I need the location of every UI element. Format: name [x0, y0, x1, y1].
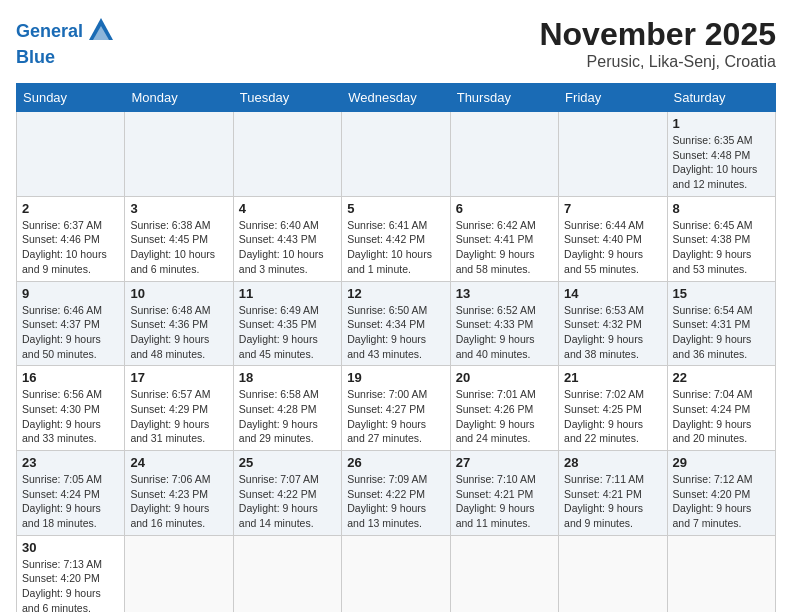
- day-number: 10: [130, 286, 227, 301]
- weekday-header-row: SundayMondayTuesdayWednesdayThursdayFrid…: [17, 84, 776, 112]
- day-info: Sunrise: 6:35 AM Sunset: 4:48 PM Dayligh…: [673, 133, 770, 192]
- day-number: 30: [22, 540, 119, 555]
- calendar-cell: [17, 112, 125, 197]
- day-info: Sunrise: 6:46 AM Sunset: 4:37 PM Dayligh…: [22, 303, 119, 362]
- calendar-cell: [559, 112, 667, 197]
- day-info: Sunrise: 6:57 AM Sunset: 4:29 PM Dayligh…: [130, 387, 227, 446]
- day-number: 28: [564, 455, 661, 470]
- calendar-cell: [125, 535, 233, 612]
- calendar-cell: 9Sunrise: 6:46 AM Sunset: 4:37 PM Daylig…: [17, 281, 125, 366]
- calendar-week-row: 1Sunrise: 6:35 AM Sunset: 4:48 PM Daylig…: [17, 112, 776, 197]
- day-number: 15: [673, 286, 770, 301]
- logo-text: General: [16, 22, 83, 42]
- calendar-cell: 18Sunrise: 6:58 AM Sunset: 4:28 PM Dayli…: [233, 366, 341, 451]
- weekday-header-sunday: Sunday: [17, 84, 125, 112]
- day-info: Sunrise: 6:56 AM Sunset: 4:30 PM Dayligh…: [22, 387, 119, 446]
- calendar-cell: 25Sunrise: 7:07 AM Sunset: 4:22 PM Dayli…: [233, 451, 341, 536]
- calendar-cell: [233, 535, 341, 612]
- day-number: 26: [347, 455, 444, 470]
- calendar-cell: 26Sunrise: 7:09 AM Sunset: 4:22 PM Dayli…: [342, 451, 450, 536]
- day-info: Sunrise: 7:13 AM Sunset: 4:20 PM Dayligh…: [22, 557, 119, 612]
- calendar-cell: 30Sunrise: 7:13 AM Sunset: 4:20 PM Dayli…: [17, 535, 125, 612]
- day-number: 4: [239, 201, 336, 216]
- day-info: Sunrise: 7:07 AM Sunset: 4:22 PM Dayligh…: [239, 472, 336, 531]
- calendar-cell: 1Sunrise: 6:35 AM Sunset: 4:48 PM Daylig…: [667, 112, 775, 197]
- calendar-cell: 3Sunrise: 6:38 AM Sunset: 4:45 PM Daylig…: [125, 196, 233, 281]
- calendar-cell: 10Sunrise: 6:48 AM Sunset: 4:36 PM Dayli…: [125, 281, 233, 366]
- day-info: Sunrise: 6:37 AM Sunset: 4:46 PM Dayligh…: [22, 218, 119, 277]
- calendar-week-row: 2Sunrise: 6:37 AM Sunset: 4:46 PM Daylig…: [17, 196, 776, 281]
- calendar-week-row: 30Sunrise: 7:13 AM Sunset: 4:20 PM Dayli…: [17, 535, 776, 612]
- calendar-cell: 13Sunrise: 6:52 AM Sunset: 4:33 PM Dayli…: [450, 281, 558, 366]
- day-number: 9: [22, 286, 119, 301]
- day-number: 1: [673, 116, 770, 131]
- day-info: Sunrise: 7:06 AM Sunset: 4:23 PM Dayligh…: [130, 472, 227, 531]
- calendar-cell: [342, 535, 450, 612]
- day-number: 27: [456, 455, 553, 470]
- day-info: Sunrise: 6:58 AM Sunset: 4:28 PM Dayligh…: [239, 387, 336, 446]
- day-number: 8: [673, 201, 770, 216]
- day-number: 18: [239, 370, 336, 385]
- day-number: 12: [347, 286, 444, 301]
- calendar-week-row: 16Sunrise: 6:56 AM Sunset: 4:30 PM Dayli…: [17, 366, 776, 451]
- day-info: Sunrise: 7:02 AM Sunset: 4:25 PM Dayligh…: [564, 387, 661, 446]
- day-info: Sunrise: 6:50 AM Sunset: 4:34 PM Dayligh…: [347, 303, 444, 362]
- day-info: Sunrise: 6:53 AM Sunset: 4:32 PM Dayligh…: [564, 303, 661, 362]
- day-number: 25: [239, 455, 336, 470]
- day-info: Sunrise: 7:05 AM Sunset: 4:24 PM Dayligh…: [22, 472, 119, 531]
- day-info: Sunrise: 6:49 AM Sunset: 4:35 PM Dayligh…: [239, 303, 336, 362]
- day-number: 20: [456, 370, 553, 385]
- day-number: 23: [22, 455, 119, 470]
- weekday-header-monday: Monday: [125, 84, 233, 112]
- weekday-header-thursday: Thursday: [450, 84, 558, 112]
- calendar-subtitle: Perusic, Lika-Senj, Croatia: [539, 53, 776, 71]
- day-info: Sunrise: 6:45 AM Sunset: 4:38 PM Dayligh…: [673, 218, 770, 277]
- day-info: Sunrise: 6:41 AM Sunset: 4:42 PM Dayligh…: [347, 218, 444, 277]
- calendar-cell: 8Sunrise: 6:45 AM Sunset: 4:38 PM Daylig…: [667, 196, 775, 281]
- calendar-cell: 16Sunrise: 6:56 AM Sunset: 4:30 PM Dayli…: [17, 366, 125, 451]
- calendar-cell: 12Sunrise: 6:50 AM Sunset: 4:34 PM Dayli…: [342, 281, 450, 366]
- calendar-cell: [233, 112, 341, 197]
- day-number: 3: [130, 201, 227, 216]
- calendar-cell: 29Sunrise: 7:12 AM Sunset: 4:20 PM Dayli…: [667, 451, 775, 536]
- logo-blue-text: Blue: [16, 48, 55, 68]
- calendar-cell: 6Sunrise: 6:42 AM Sunset: 4:41 PM Daylig…: [450, 196, 558, 281]
- day-number: 19: [347, 370, 444, 385]
- calendar-title: November 2025: [539, 16, 776, 53]
- day-info: Sunrise: 7:04 AM Sunset: 4:24 PM Dayligh…: [673, 387, 770, 446]
- calendar-week-row: 23Sunrise: 7:05 AM Sunset: 4:24 PM Dayli…: [17, 451, 776, 536]
- calendar-week-row: 9Sunrise: 6:46 AM Sunset: 4:37 PM Daylig…: [17, 281, 776, 366]
- day-number: 22: [673, 370, 770, 385]
- calendar-cell: [125, 112, 233, 197]
- day-info: Sunrise: 7:11 AM Sunset: 4:21 PM Dayligh…: [564, 472, 661, 531]
- calendar-cell: 20Sunrise: 7:01 AM Sunset: 4:26 PM Dayli…: [450, 366, 558, 451]
- calendar-cell: [667, 535, 775, 612]
- calendar-cell: [559, 535, 667, 612]
- day-info: Sunrise: 6:54 AM Sunset: 4:31 PM Dayligh…: [673, 303, 770, 362]
- day-number: 11: [239, 286, 336, 301]
- logo: General Blue: [16, 16, 115, 68]
- day-number: 21: [564, 370, 661, 385]
- day-info: Sunrise: 7:09 AM Sunset: 4:22 PM Dayligh…: [347, 472, 444, 531]
- day-info: Sunrise: 6:48 AM Sunset: 4:36 PM Dayligh…: [130, 303, 227, 362]
- weekday-header-tuesday: Tuesday: [233, 84, 341, 112]
- calendar-cell: 4Sunrise: 6:40 AM Sunset: 4:43 PM Daylig…: [233, 196, 341, 281]
- calendar-cell: 15Sunrise: 6:54 AM Sunset: 4:31 PM Dayli…: [667, 281, 775, 366]
- weekday-header-wednesday: Wednesday: [342, 84, 450, 112]
- day-number: 17: [130, 370, 227, 385]
- calendar-cell: 24Sunrise: 7:06 AM Sunset: 4:23 PM Dayli…: [125, 451, 233, 536]
- title-block: November 2025 Perusic, Lika-Senj, Croati…: [539, 16, 776, 71]
- logo-triangle-icon: [87, 16, 115, 44]
- day-info: Sunrise: 6:40 AM Sunset: 4:43 PM Dayligh…: [239, 218, 336, 277]
- day-info: Sunrise: 7:10 AM Sunset: 4:21 PM Dayligh…: [456, 472, 553, 531]
- day-info: Sunrise: 7:00 AM Sunset: 4:27 PM Dayligh…: [347, 387, 444, 446]
- day-info: Sunrise: 7:01 AM Sunset: 4:26 PM Dayligh…: [456, 387, 553, 446]
- day-number: 24: [130, 455, 227, 470]
- calendar-cell: 28Sunrise: 7:11 AM Sunset: 4:21 PM Dayli…: [559, 451, 667, 536]
- day-number: 7: [564, 201, 661, 216]
- day-number: 6: [456, 201, 553, 216]
- calendar-cell: [342, 112, 450, 197]
- day-number: 13: [456, 286, 553, 301]
- day-number: 5: [347, 201, 444, 216]
- weekday-header-saturday: Saturday: [667, 84, 775, 112]
